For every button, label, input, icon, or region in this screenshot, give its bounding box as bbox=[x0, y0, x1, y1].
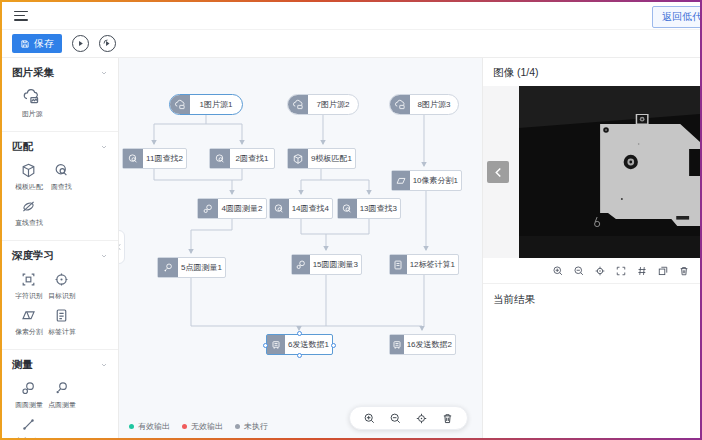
pixel-segment-icon bbox=[20, 307, 37, 324]
tool-label: 直线查找 bbox=[15, 218, 43, 227]
circle-find-icon bbox=[53, 162, 70, 179]
sidebar-section-image-capture: 图片采集 图片源 bbox=[2, 58, 118, 132]
flow-node-image-source-1[interactable]: 1图片源1 bbox=[169, 94, 243, 115]
top-header: 返回低代 bbox=[2, 2, 700, 30]
circle-find-icon bbox=[270, 199, 289, 218]
circle-circle-measure-icon bbox=[20, 380, 37, 397]
flow-node-image-source-2[interactable]: 7图片源2 bbox=[287, 94, 359, 115]
tool-label: 图片源 bbox=[22, 109, 43, 118]
ocr-icon bbox=[20, 271, 37, 288]
zoom-in-icon[interactable] bbox=[552, 265, 564, 277]
save-icon bbox=[20, 39, 30, 49]
flow-node-template-match-1[interactable]: 9模板匹配1 bbox=[287, 148, 356, 169]
section-header[interactable]: 图片采集 bbox=[12, 64, 108, 82]
tool-circle-circle-measure[interactable]: 圆圆测量 bbox=[12, 380, 45, 410]
node-label: 10像素分割1 bbox=[410, 171, 461, 190]
flow-edges bbox=[119, 58, 480, 438]
send-data-icon bbox=[390, 335, 404, 354]
run-once-button[interactable] bbox=[72, 35, 89, 52]
run-continuous-button[interactable] bbox=[99, 35, 116, 52]
sidebar-collapse-handle[interactable] bbox=[119, 230, 125, 264]
chevron-down-icon bbox=[100, 361, 108, 369]
node-handle-bottom[interactable] bbox=[297, 353, 302, 358]
image-source-icon bbox=[390, 95, 410, 114]
node-label: 11圆查找2 bbox=[143, 149, 186, 168]
flow-node-label-calc-1[interactable]: 12标签计算1 bbox=[389, 254, 459, 275]
template-match-icon bbox=[288, 149, 308, 168]
target-detect-icon bbox=[53, 271, 70, 288]
tool-template-match[interactable]: 模板匹配 bbox=[12, 162, 45, 192]
flow-node-pixel-segment-1[interactable]: 10像素分割1 bbox=[391, 170, 462, 191]
tool-label: 圆圆测量 bbox=[15, 400, 43, 409]
image-toolbar bbox=[483, 258, 700, 284]
label-calc-icon bbox=[390, 255, 407, 274]
save-button[interactable]: 保存 bbox=[12, 34, 62, 53]
section-header[interactable]: 深度学习 bbox=[12, 247, 108, 265]
flow-node-circle-find-1[interactable]: 2圆查找1 bbox=[209, 148, 275, 169]
tool-line-find[interactable]: 直线查找 bbox=[12, 198, 45, 228]
node-label: 16发送数据2 bbox=[404, 335, 455, 354]
grid-icon[interactable] bbox=[636, 265, 648, 277]
tool-target-recognition[interactable]: 目标识别 bbox=[45, 271, 78, 301]
flow-node-circle-find-3[interactable]: 13圆查找3 bbox=[337, 198, 401, 219]
tool-circle-find[interactable]: 圆查找 bbox=[45, 162, 78, 192]
tool-label: 点点测量 bbox=[15, 436, 43, 438]
tool-pixel-segment[interactable]: 像素分割 bbox=[12, 307, 45, 337]
legend-invalid-output: 无效输出 bbox=[182, 421, 223, 432]
image-nav-strip bbox=[483, 86, 519, 258]
circle-find-icon bbox=[210, 149, 230, 168]
circle-find-icon bbox=[338, 199, 357, 218]
image-panel-title: 图像 (1/4) bbox=[483, 58, 700, 86]
node-handle-top[interactable] bbox=[297, 331, 302, 336]
flow-node-image-source-3[interactable]: 8图片源3 bbox=[389, 94, 459, 115]
legend-not-executed: 未执行 bbox=[235, 421, 268, 432]
locate-icon[interactable] bbox=[415, 412, 428, 425]
fullscreen-icon[interactable] bbox=[615, 265, 627, 277]
section-title: 匹配 bbox=[12, 140, 33, 154]
node-handle-left[interactable] bbox=[263, 343, 268, 348]
section-title: 测量 bbox=[12, 358, 33, 372]
node-label: 6发送数据1 bbox=[285, 335, 332, 354]
section-title: 深度学习 bbox=[12, 249, 54, 263]
tool-label: 字符识别 bbox=[15, 291, 43, 300]
compare-image-icon[interactable] bbox=[657, 265, 669, 277]
back-to-lowcode-button[interactable]: 返回低代 bbox=[652, 6, 700, 28]
section-header[interactable]: 测量 bbox=[12, 356, 108, 374]
tool-point-circle-measure[interactable]: 点圆测量 bbox=[45, 380, 78, 410]
image-panel: 图像 (1/4) bbox=[482, 58, 700, 438]
node-handle-right[interactable] bbox=[331, 343, 336, 348]
flow-canvas[interactable]: 1图片源1 7图片源2 8图片源3 11圆查找2 2圆查找1 9模板匹配1 bbox=[119, 58, 482, 438]
sidebar-section-deep-learning: 深度学习 字符识别 目标识别 bbox=[2, 241, 118, 350]
node-label: 4圆圆测量2 bbox=[218, 199, 266, 218]
flow-node-circle-find-4[interactable]: 14圆查找4 bbox=[269, 198, 333, 219]
flow-node-send-data-2[interactable]: 16发送数据2 bbox=[389, 334, 456, 355]
flow-node-circle-circle-measure-3[interactable]: 15圆圆测量3 bbox=[291, 254, 362, 275]
gray-dot bbox=[235, 424, 240, 429]
flow-node-circle-find-2[interactable]: 11圆查找2 bbox=[122, 148, 187, 169]
flow-node-point-circle-measure-1[interactable]: 5点圆测量1 bbox=[157, 257, 226, 278]
flow-node-circle-circle-measure-2[interactable]: 4圆圆测量2 bbox=[197, 198, 267, 219]
trash-icon[interactable] bbox=[678, 265, 690, 277]
zoom-out-icon[interactable] bbox=[389, 412, 402, 425]
section-header[interactable]: 匹配 bbox=[12, 138, 108, 156]
zoom-out-icon[interactable] bbox=[573, 265, 585, 277]
send-data-icon bbox=[267, 335, 285, 354]
tool-label: 点圆测量 bbox=[48, 400, 76, 409]
section-title: 图片采集 bbox=[12, 66, 54, 80]
prev-image-button[interactable] bbox=[487, 161, 509, 183]
tool-label-calc[interactable]: 标签计算 bbox=[45, 307, 78, 337]
trash-icon[interactable] bbox=[441, 412, 454, 425]
tool-point-point-measure[interactable]: 点点测量 bbox=[12, 416, 45, 438]
image-source-icon bbox=[288, 95, 308, 114]
locate-icon[interactable] bbox=[594, 265, 606, 277]
flow-node-send-data-1[interactable]: 6发送数据1 bbox=[266, 334, 333, 355]
play-icon bbox=[76, 39, 85, 48]
tool-char-recognition[interactable]: 字符识别 bbox=[12, 271, 45, 301]
tool-label: 模板匹配 bbox=[15, 182, 43, 191]
menu-icon[interactable] bbox=[14, 11, 28, 21]
node-label: 14圆查找4 bbox=[289, 199, 332, 218]
sidebar-section-match: 匹配 模板匹配 圆查找 bbox=[2, 132, 118, 241]
tool-image-source[interactable]: 图片源 bbox=[12, 88, 52, 119]
inspection-image[interactable] bbox=[519, 86, 700, 258]
zoom-in-icon[interactable] bbox=[363, 412, 376, 425]
